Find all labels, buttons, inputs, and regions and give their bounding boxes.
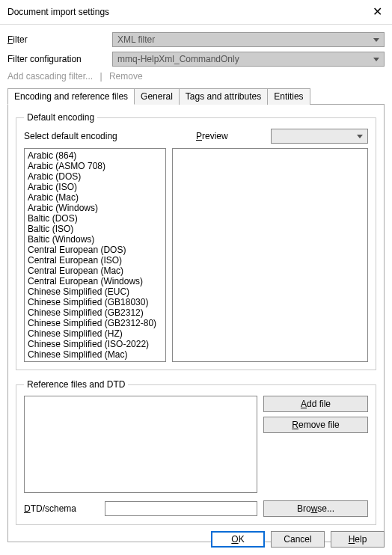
- browse-button[interactable]: Browse...: [263, 500, 368, 517]
- select-default-encoding-label: Select default encoding: [24, 131, 196, 141]
- remove-filter-link[interactable]: Remove: [109, 71, 143, 82]
- encoding-option[interactable]: Arabic (ASMO 708): [28, 161, 162, 171]
- tab-panel: Default encoding Select default encoding…: [7, 105, 385, 542]
- preview-select[interactable]: [271, 129, 368, 144]
- preview-box[interactable]: [172, 148, 368, 362]
- encoding-option[interactable]: Central European (ISO): [28, 255, 162, 266]
- close-icon[interactable]: ✕: [368, 4, 386, 19]
- encoding-option[interactable]: Chinese Simplified (Mac): [28, 349, 162, 360]
- filter-config-label: Filter configuration: [7, 54, 112, 64]
- chevron-down-icon: [357, 135, 363, 138]
- encoding-option[interactable]: Arabic (ISO): [28, 182, 162, 192]
- encoding-option[interactable]: Baltic (Windows): [28, 234, 162, 245]
- dtd-label: DTD/schema: [24, 503, 99, 514]
- encoding-option[interactable]: Arabic (Windows): [28, 203, 162, 213]
- tab-general[interactable]: General: [134, 88, 180, 105]
- reference-files-list[interactable]: [24, 396, 257, 493]
- toolbar-separator: |: [99, 71, 102, 82]
- filter-config-select[interactable]: mmq-HelpXml_CommandOnly: [112, 52, 385, 67]
- filter-config-value: mmq-HelpXml_CommandOnly: [117, 54, 239, 64]
- filter-label: Filter: [7, 34, 112, 45]
- help-button[interactable]: Help: [331, 531, 385, 548]
- encoding-option[interactable]: Central European (Windows): [28, 276, 162, 286]
- encoding-option[interactable]: Chinese Simplified (GB2312-80): [28, 318, 162, 328]
- filter-select[interactable]: XML filter: [112, 32, 385, 47]
- default-encoding-group: Default encoding Select default encoding…: [16, 112, 376, 370]
- preview-label: Preview: [196, 131, 271, 141]
- encoding-option[interactable]: Arabic (Mac): [28, 192, 162, 203]
- tab-tags-attributes[interactable]: Tags and attributes: [179, 88, 268, 105]
- remove-file-button[interactable]: Remove file: [263, 417, 368, 433]
- chevron-down-icon: [373, 58, 379, 61]
- ok-button[interactable]: OK: [211, 531, 265, 548]
- encoding-option[interactable]: Central European (DOS): [28, 245, 162, 255]
- reference-files-legend: Reference files and DTD: [24, 379, 128, 390]
- encoding-option[interactable]: Chinese Traditional (Big5): [28, 360, 162, 362]
- filter-value: XML filter: [117, 34, 155, 45]
- tabs: Encoding and reference files General Tag…: [7, 88, 385, 105]
- encoding-option[interactable]: Chinese Simplified (ISO-2022): [28, 339, 162, 349]
- cancel-button[interactable]: Cancel: [271, 531, 325, 548]
- add-cascading-filter-link[interactable]: Add cascading filter...: [7, 71, 93, 82]
- encoding-option[interactable]: Chinese Simplified (HZ): [28, 328, 162, 339]
- encoding-option[interactable]: Baltic (DOS): [28, 213, 162, 224]
- dtd-input[interactable]: [105, 501, 257, 516]
- encoding-option[interactable]: Central European (Mac): [28, 266, 162, 276]
- tab-entities[interactable]: Entities: [267, 88, 310, 105]
- encoding-option[interactable]: Chinese Simplified (GB18030): [28, 297, 162, 307]
- encoding-option[interactable]: Chinese Simplified (GB2312): [28, 307, 162, 318]
- chevron-down-icon: [373, 38, 379, 42]
- encoding-option[interactable]: Arabic (DOS): [28, 171, 162, 182]
- reference-files-group: Reference files and DTD Add file Remove …: [16, 379, 376, 525]
- encoding-option[interactable]: Baltic (ISO): [28, 224, 162, 234]
- encoding-option[interactable]: Chinese Simplified (EUC): [28, 286, 162, 297]
- encoding-listbox[interactable]: Arabic (864)Arabic (ASMO 708)Arabic (DOS…: [24, 148, 166, 362]
- default-encoding-legend: Default encoding: [24, 112, 97, 123]
- dialog-title: Document import settings: [7, 7, 109, 17]
- add-file-button[interactable]: Add file: [263, 396, 368, 412]
- encoding-option[interactable]: Arabic (864): [28, 150, 162, 161]
- tab-encoding-reference[interactable]: Encoding and reference files: [7, 88, 135, 105]
